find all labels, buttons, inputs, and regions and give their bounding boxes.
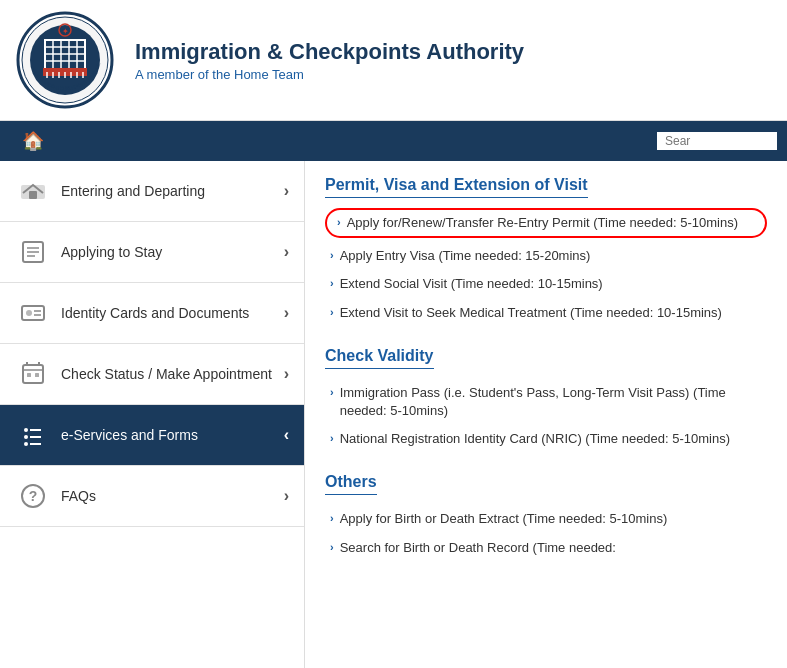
menu-text-nric: National Registration Identity Card (NRI…	[340, 430, 730, 448]
menu-item-immigration-pass[interactable]: ›Immigration Pass (i.e. Student's Pass, …	[325, 379, 767, 425]
menu-chevron-icon: ›	[330, 512, 334, 524]
menu-text-apply-entry-visa: Apply Entry Visa (Time needed: 15-20mins…	[340, 247, 591, 265]
menu-chevron-icon: ›	[330, 249, 334, 261]
sidebar-label-e-services: e-Services and Forms	[61, 427, 284, 443]
svg-rect-23	[29, 191, 37, 199]
header-text: Immigration & Checkpoints Authority A me…	[135, 39, 524, 82]
sidebar-chevron-identity-cards: ›	[284, 304, 289, 322]
sidebar-chevron-check-status: ›	[284, 365, 289, 383]
sidebar-chevron-entering-departing: ›	[284, 182, 289, 200]
section-title-permit-visa: Permit, Visa and Extension of Visit	[325, 176, 588, 198]
logo: ✦ IMMIGRATION & CHECKPOINTS AUTHORITY	[15, 10, 115, 110]
menu-item-birth-death-extract[interactable]: ›Apply for Birth or Death Extract (Time …	[325, 505, 767, 533]
menu-item-extend-medical[interactable]: ›Extend Visit to Seek Medical Treatment …	[325, 299, 767, 327]
sidebar-item-check-status[interactable]: Check Status / Make Appointment›	[0, 344, 304, 405]
sidebar-icon-applying-to-stay	[15, 234, 51, 270]
search-input[interactable]	[665, 134, 769, 148]
svg-rect-37	[35, 373, 39, 377]
sidebar-icon-entering-departing	[15, 173, 51, 209]
header-title: Immigration & Checkpoints Authority	[135, 39, 524, 65]
sidebar-label-check-status: Check Status / Make Appointment	[61, 366, 284, 382]
page-header: ✦ IMMIGRATION & CHECKPOINTS AUTHORITY Im…	[0, 0, 787, 121]
svg-point-40	[24, 435, 28, 439]
menu-text-extend-social: Extend Social Visit (Time needed: 10-15m…	[340, 275, 603, 293]
home-button[interactable]: 🏠	[10, 125, 56, 157]
sidebar-item-faqs[interactable]: ?FAQs›	[0, 466, 304, 527]
menu-chevron-icon: ›	[330, 432, 334, 444]
menu-item-apply-entry-visa[interactable]: ›Apply Entry Visa (Time needed: 15-20min…	[325, 242, 767, 270]
sidebar: Entering and Departing›Applying to Stay›…	[0, 161, 305, 668]
section-title-others: Others	[325, 473, 377, 495]
sidebar-chevron-applying-to-stay: ›	[284, 243, 289, 261]
sidebar-label-identity-cards: Identity Cards and Documents	[61, 305, 284, 321]
sidebar-label-applying-to-stay: Applying to Stay	[61, 244, 284, 260]
section-permit-visa: Permit, Visa and Extension of Visit›Appl…	[325, 176, 767, 327]
menu-chevron-icon: ›	[330, 306, 334, 318]
section-others: Others›Apply for Birth or Death Extract …	[325, 473, 767, 561]
menu-text-birth-death-extract: Apply for Birth or Death Extract (Time n…	[340, 510, 668, 528]
sidebar-item-identity-cards[interactable]: Identity Cards and Documents›	[0, 283, 304, 344]
sidebar-icon-check-status	[15, 356, 51, 392]
sidebar-item-e-services[interactable]: e-Services and Forms‹	[0, 405, 304, 466]
svg-point-42	[24, 442, 28, 446]
svg-rect-28	[22, 306, 44, 320]
svg-text:✦: ✦	[62, 27, 69, 36]
sidebar-icon-identity-cards	[15, 295, 51, 331]
svg-point-38	[24, 428, 28, 432]
menu-chevron-icon: ›	[337, 216, 341, 228]
menu-item-apply-reentry[interactable]: ›Apply for/Renew/Transfer Re-Entry Permi…	[325, 208, 767, 238]
search-area[interactable]	[657, 132, 777, 150]
nav-bar: 🏠	[0, 121, 787, 161]
menu-item-nric[interactable]: ›National Registration Identity Card (NR…	[325, 425, 767, 453]
section-check-validity: Check Validity›Immigration Pass (i.e. St…	[325, 347, 767, 454]
sidebar-item-applying-to-stay[interactable]: Applying to Stay›	[0, 222, 304, 283]
menu-chevron-icon: ›	[330, 386, 334, 398]
sidebar-chevron-faqs: ›	[284, 487, 289, 505]
section-title-check-validity: Check Validity	[325, 347, 434, 369]
menu-item-extend-social[interactable]: ›Extend Social Visit (Time needed: 10-15…	[325, 270, 767, 298]
menu-text-apply-reentry: Apply for/Renew/Transfer Re-Entry Permit…	[347, 214, 738, 232]
content-area: Permit, Visa and Extension of Visit›Appl…	[305, 161, 787, 668]
menu-text-immigration-pass: Immigration Pass (i.e. Student's Pass, L…	[340, 384, 767, 420]
sidebar-item-entering-departing[interactable]: Entering and Departing›	[0, 161, 304, 222]
menu-chevron-icon: ›	[330, 541, 334, 553]
sidebar-icon-e-services	[15, 417, 51, 453]
sidebar-label-entering-departing: Entering and Departing	[61, 183, 284, 199]
sidebar-label-faqs: FAQs	[61, 488, 284, 504]
menu-chevron-icon: ›	[330, 277, 334, 289]
header-subtitle: A member of the Home Team	[135, 67, 524, 82]
svg-point-29	[26, 310, 32, 316]
svg-text:?: ?	[29, 488, 38, 504]
svg-rect-36	[27, 373, 31, 377]
menu-text-birth-death-record: Search for Birth or Death Record (Time n…	[340, 539, 616, 557]
main-layout: Entering and Departing›Applying to Stay›…	[0, 161, 787, 668]
menu-text-extend-medical: Extend Visit to Seek Medical Treatment (…	[340, 304, 722, 322]
sidebar-chevron-e-services: ‹	[284, 426, 289, 444]
menu-item-birth-death-record[interactable]: ›Search for Birth or Death Record (Time …	[325, 534, 767, 562]
svg-rect-32	[23, 365, 43, 383]
sidebar-icon-faqs: ?	[15, 478, 51, 514]
